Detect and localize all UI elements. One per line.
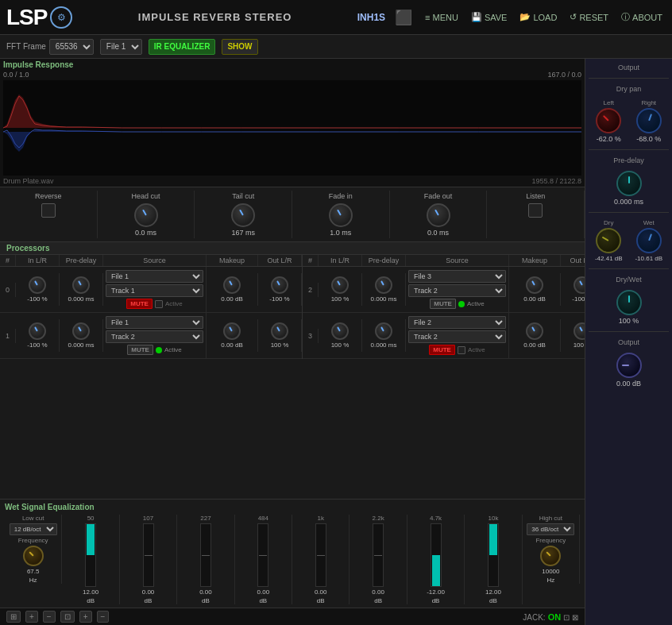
col-outlr-right: Out L/R <box>561 255 585 266</box>
listen-checkbox[interactable] <box>528 203 543 218</box>
menu-item-menu[interactable]: ≡ MENU <box>422 11 462 24</box>
proc-2-in-knob[interactable] <box>331 276 349 294</box>
proc-1-mute-button[interactable]: MUTE <box>127 345 153 355</box>
dry-pan-right-label: Right <box>641 99 656 106</box>
band-484-freq: 484 <box>258 515 268 522</box>
proc-1-file-select[interactable]: File 1 <box>106 316 203 329</box>
ir-equalizer-button[interactable]: IR EQUALIZER <box>149 39 216 55</box>
fade-in-knob[interactable] <box>329 203 353 227</box>
proc-3-active-checkbox[interactable] <box>458 346 465 354</box>
band-2k2-freq: 2.2k <box>373 515 384 522</box>
menu-item-save[interactable]: 💾 SAVE <box>468 10 511 24</box>
predelay-knob[interactable] <box>616 171 642 196</box>
dry-pan-left-group: Left -62.0 % <box>596 99 621 143</box>
proc-1-predelay-knob[interactable] <box>72 322 90 340</box>
col-predelay-left: Pre-delay <box>60 255 103 266</box>
proc-2-predelay-knob[interactable] <box>375 276 392 294</box>
proc-3-in-knob[interactable] <box>331 322 349 340</box>
band-227-bar-container <box>200 523 211 587</box>
eq-band-227: 227 0.00 dB <box>177 515 234 604</box>
proc-0-mute-button[interactable]: MUTE <box>126 299 153 309</box>
tail-cut-knob[interactable] <box>231 203 255 227</box>
proc-0-makeup-knob[interactable] <box>223 276 241 294</box>
reverse-checkbox[interactable] <box>41 203 56 218</box>
band-227-bar <box>202 555 210 556</box>
proc-0-active-checkbox[interactable] <box>155 300 163 308</box>
proc-1-track-select[interactable]: Track 2 <box>106 330 203 343</box>
output-knob[interactable] <box>616 353 642 378</box>
proc-1-makeup-knob[interactable] <box>223 322 241 340</box>
band-227-db: 0.00 <box>199 588 212 596</box>
eq-band-50: 50 12.00 dB <box>62 515 119 604</box>
fft-frame-select[interactable]: 65536 <box>49 39 94 55</box>
proc-3-predelay-knob[interactable] <box>375 322 392 340</box>
proc-1-out-knob[interactable] <box>271 322 288 340</box>
fade-out-knob[interactable] <box>427 203 450 227</box>
high-cut-knob[interactable] <box>540 546 561 566</box>
proc-2-file-select[interactable]: File 3 <box>408 270 506 283</box>
ir-values: 0.0 / 1.0 167.0 / 0.0 <box>3 71 581 79</box>
bottom-btn-plus2[interactable]: + <box>79 611 92 623</box>
file-select[interactable]: File 1 <box>100 39 142 55</box>
proc-3-mute-button[interactable]: MUTE <box>429 345 455 355</box>
menu-item-load[interactable]: 📂 LOAD <box>516 10 560 24</box>
menu-item-reset[interactable]: ↺ RESET <box>566 10 612 24</box>
dry-pan-left-knob[interactable] <box>596 108 621 133</box>
dry-value: -42.41 dB <box>595 255 623 262</box>
show-button[interactable]: SHOW <box>222 39 257 55</box>
proc-row-0: 0 -100 % 0.000 ms <box>0 267 302 313</box>
high-cut-slope-select[interactable]: 36 dB/oct <box>527 523 574 535</box>
bottom-btn-minus[interactable]: − <box>43 611 56 623</box>
logo-text: LSP <box>6 5 47 30</box>
proc-2-mute-button[interactable]: MUTE <box>430 299 456 309</box>
col-inlr-right: In L/R <box>319 255 362 266</box>
low-cut-freq-unit: Hz <box>29 577 37 584</box>
proc-3-file-select[interactable]: File 2 <box>408 316 506 329</box>
proc-0-track-select[interactable]: Track 1 <box>106 284 203 297</box>
jack-status: ON <box>548 612 562 622</box>
proc-1-active-dot <box>156 347 162 353</box>
band-50-bar-container <box>85 523 96 587</box>
low-cut-knob[interactable] <box>23 546 44 566</box>
proc-1-in-knob[interactable] <box>29 322 46 340</box>
control-head-cut: Head cut 0.0 ms <box>98 191 195 238</box>
proc-2-makeup-knob[interactable] <box>526 276 543 294</box>
wet-knob[interactable] <box>636 228 662 253</box>
bottom-btn-2[interactable]: ⊡ <box>60 611 75 623</box>
proc-0-in-knob[interactable] <box>29 276 46 294</box>
menu-item-about[interactable]: ⓘ ABOUT <box>618 10 666 25</box>
proc-0-predelay-knob[interactable] <box>72 276 90 294</box>
proc-3-track-select[interactable]: Track 2 <box>408 330 506 343</box>
proc-3-makeup-knob[interactable] <box>526 322 543 340</box>
proc-0-out-knob[interactable] <box>271 276 288 294</box>
proc-0-num: 0 <box>0 283 16 297</box>
head-cut-knob[interactable] <box>134 203 158 227</box>
band-10k-db: 12.00 <box>485 588 501 596</box>
bottom-btn-1[interactable]: ⊞ <box>6 611 21 623</box>
low-cut-slope-select[interactable]: 12 dB/oct <box>10 523 57 535</box>
divider-1 <box>589 78 669 79</box>
bottom-left: ⊞ + − ⊡ + − <box>6 611 109 623</box>
bottom-btn-minus2[interactable]: − <box>97 611 110 623</box>
tail-cut-knob-container: 167 ms <box>231 203 255 237</box>
reverse-label: Reverse <box>35 192 62 200</box>
proc-3-out-knob[interactable] <box>574 322 585 340</box>
band-484-db-unit: dB <box>259 597 267 604</box>
proc-2-out-knob[interactable] <box>574 276 585 294</box>
proc-2-active-dot <box>458 301 465 307</box>
proc-2-track-select[interactable]: Track 2 <box>408 284 506 297</box>
tail-cut-value: 167 ms <box>231 229 255 237</box>
dry-pan-right-knob[interactable] <box>636 108 662 133</box>
dry-knob[interactable] <box>596 228 621 253</box>
load-icon: 📂 <box>519 12 531 22</box>
dry-label: Dry <box>604 219 613 226</box>
dry-pan-row: Left -62.0 % Right -68.0 % <box>589 99 669 143</box>
proc-0-file-select[interactable]: File 1 <box>106 270 203 283</box>
col-source-right: Source <box>406 255 509 266</box>
drywet-knob[interactable] <box>616 290 642 315</box>
band-227-db-unit: dB <box>202 597 210 604</box>
predelay-value: 0.000 ms <box>614 198 643 206</box>
proc-left-headers: # In L/R Pre-delay Source Makeup Out L/R <box>0 255 302 267</box>
bottom-btn-plus[interactable]: + <box>25 611 38 623</box>
processors-table: # In L/R Pre-delay Source Makeup Out L/R… <box>0 255 585 359</box>
